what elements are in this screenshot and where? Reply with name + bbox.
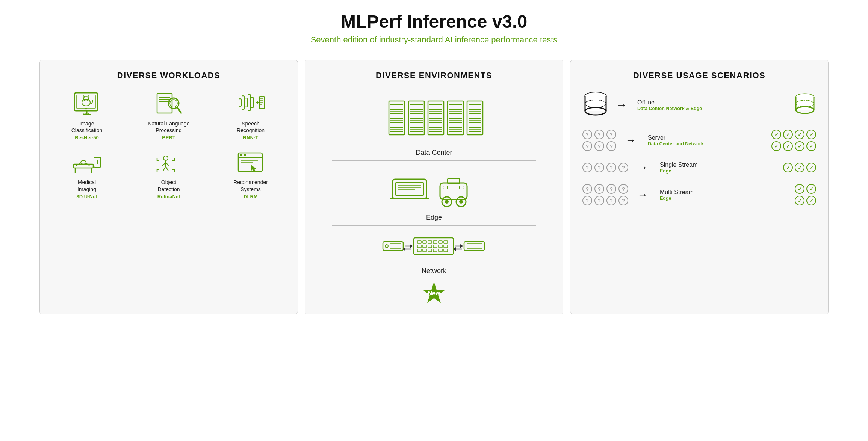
workload-model-speech: RNN-T (243, 135, 258, 140)
svg-rect-124 (396, 182, 423, 196)
scenario-multi-stream: ? ? ? ? ? ? ? ? → (582, 184, 816, 205)
offline-left-icon (582, 91, 609, 119)
multi-stream-scope: Edge (660, 196, 712, 201)
check-circle: ✓ (806, 130, 816, 139)
q-circle: ? (606, 141, 616, 151)
page-title: MLPerf Inference v3.0 (311, 11, 558, 32)
workload-model-medical: 3D U-Net (77, 194, 97, 199)
workload-item-medical: MedicalImaging 3D U-Net (49, 150, 125, 199)
offline-arrow: → (616, 99, 627, 111)
scenarios-title: DIVERSE USAGE SCENARIOS (579, 71, 819, 80)
svg-point-139 (385, 245, 388, 248)
workloads-title: DIVERSE WORKLOADS (49, 71, 289, 80)
q-circle: ? (582, 184, 592, 194)
multi-stream-name: Multi Stream (660, 189, 712, 196)
q-circle: ? (594, 130, 604, 139)
workload-model-recommender: DLRM (243, 194, 258, 199)
environments-title: DIVERSE ENVIRONMENTS (314, 71, 554, 80)
single-stream-scope: Edge (660, 168, 712, 174)
scenarios-panel: DIVERSE USAGE SCENARIOS (570, 60, 829, 314)
workload-model-nlp: BERT (162, 135, 175, 140)
workload-item-speech: SpeechRecognition RNN-T (213, 91, 289, 140)
q-circle: ? (582, 196, 592, 205)
offline-right-icon (794, 93, 816, 117)
new-badge: New (422, 282, 446, 305)
check-circle: ✓ (795, 141, 804, 151)
svg-rect-20 (242, 96, 244, 109)
network-devices-icon (381, 233, 487, 263)
svg-line-44 (163, 166, 166, 171)
search-magnify-icon (154, 91, 184, 117)
offline-name: Offline (637, 99, 702, 106)
svg-text:Cat: Cat (83, 112, 89, 116)
svg-rect-151 (433, 241, 437, 243)
server-left-icons: ? ? ? ? ? ? (582, 130, 616, 151)
q-circle: ? (606, 196, 616, 205)
svg-rect-22 (248, 94, 250, 111)
server-right-icons: ✓ ✓ ✓ ✓ ✓ ✓ ✓ ✓ (771, 130, 816, 151)
workload-item-recommender: RecommenderSystems DLRM (213, 150, 289, 199)
person-detect-icon (154, 150, 184, 176)
workload-item-image-classification: Cat ImageClassification ResNet-50 (49, 91, 125, 140)
multi-stream-info: Multi Stream Edge (660, 189, 712, 201)
svg-rect-164 (439, 249, 442, 252)
single-stream-name: Single Stream (660, 162, 712, 168)
check-circle: ✓ (783, 163, 793, 172)
svg-marker-52 (251, 165, 256, 172)
env-label-edge: Edge (426, 214, 442, 222)
server-racks-icon (381, 99, 487, 144)
q-circle: ? (594, 163, 604, 172)
svg-rect-155 (423, 245, 426, 248)
svg-rect-152 (439, 241, 442, 243)
check-circle: ✓ (795, 163, 804, 172)
workload-label-medical: MedicalImaging (77, 179, 96, 192)
single-stream-left-icons: ? ? ? ? (582, 163, 628, 172)
svg-marker-9 (85, 108, 88, 110)
single-stream-right-icons: ✓ ✓ ✓ (783, 163, 816, 172)
svg-rect-31 (74, 164, 93, 168)
q-circle: ? (582, 163, 592, 172)
svg-rect-149 (423, 241, 426, 243)
workload-label-speech: SpeechRecognition (237, 120, 265, 134)
svg-rect-23 (251, 97, 253, 108)
svg-rect-162 (428, 249, 432, 252)
svg-point-40 (163, 156, 168, 160)
svg-rect-136 (443, 186, 448, 189)
new-badge-wrap: New (422, 278, 446, 305)
audio-waveform-icon (236, 91, 266, 117)
svg-point-133 (459, 200, 463, 204)
svg-point-49 (244, 154, 246, 156)
edge-vehicles-icon (389, 168, 479, 209)
svg-rect-163 (433, 249, 437, 252)
server-arrow: → (625, 134, 636, 146)
cursor-window-icon (236, 150, 266, 176)
page-header: MLPerf Inference v3.0 Seventh edition of… (311, 11, 558, 45)
svg-rect-137 (460, 186, 464, 189)
svg-point-17 (170, 100, 177, 107)
q-circle: ? (582, 130, 592, 139)
q-circle: ? (594, 184, 604, 194)
single-stream-arrow: → (637, 162, 648, 174)
check-circle: ✓ (806, 184, 816, 194)
svg-line-42 (162, 163, 166, 166)
svg-line-45 (166, 166, 168, 171)
workload-model-image-classification: ResNet-50 (75, 135, 99, 140)
medical-bed-icon (72, 150, 102, 176)
workload-item-object-detection: ObjectDetection RetinaNet (131, 150, 207, 199)
svg-rect-160 (417, 249, 421, 252)
q-circle: ? (606, 130, 616, 139)
svg-rect-154 (417, 245, 421, 248)
check-circle: ✓ (771, 141, 781, 151)
workload-label-nlp: Natural LanguageProcessing (148, 120, 189, 134)
workload-model-object-detection: RetinaNet (157, 194, 180, 199)
svg-rect-158 (439, 245, 442, 248)
q-circle: ? (594, 141, 604, 151)
q-circle: ? (606, 163, 616, 172)
offline-info: Offline Data Center, Network & Edge (637, 99, 702, 111)
svg-rect-156 (428, 245, 432, 248)
workload-label-object-detection: ObjectDetection (157, 179, 180, 192)
svg-marker-144 (410, 244, 413, 248)
svg-point-4 (82, 99, 90, 106)
svg-rect-21 (245, 98, 247, 107)
env-label-network: Network (422, 267, 446, 275)
